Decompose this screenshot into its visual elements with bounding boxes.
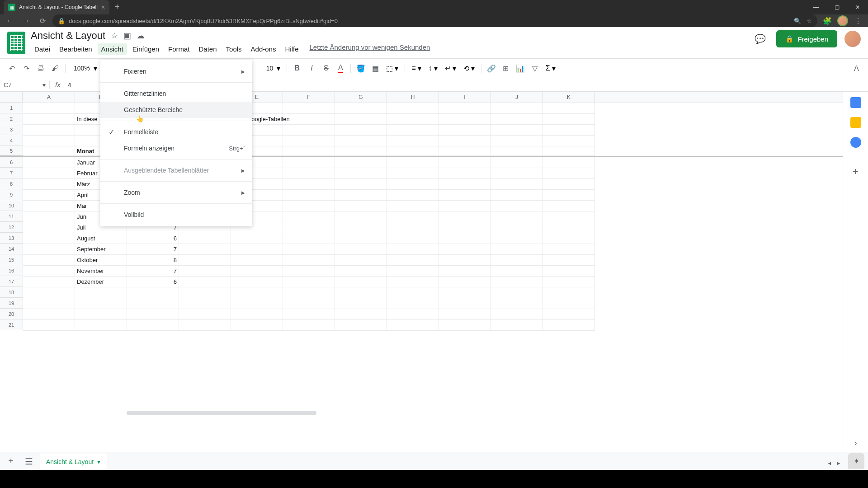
sheet-tab-active[interactable]: Ansicht & Layout ▾ — [40, 454, 107, 469]
cell[interactable]: November — [75, 266, 127, 277]
row-header[interactable]: 11 — [0, 211, 23, 222]
cell[interactable] — [439, 255, 491, 266]
cell[interactable] — [543, 211, 595, 222]
paint-format-button[interactable]: 🖌 — [49, 62, 61, 75]
extensions-icon[interactable]: 🧩 — [821, 14, 834, 27]
all-sheets-button[interactable]: ☰ — [22, 454, 36, 469]
cell[interactable] — [439, 320, 491, 331]
row-header[interactable]: 2 — [0, 113, 23, 124]
close-tab-icon[interactable]: × — [101, 4, 105, 11]
cell[interactable] — [335, 233, 387, 244]
cell[interactable] — [491, 277, 543, 287]
row-header[interactable]: 18 — [0, 287, 23, 298]
row-header[interactable]: 20 — [0, 309, 23, 319]
cell[interactable] — [439, 266, 491, 277]
merge-button[interactable]: ⬚▾ — [383, 64, 401, 73]
cell[interactable] — [543, 125, 595, 136]
cell[interactable] — [439, 168, 491, 179]
cell[interactable] — [387, 168, 439, 179]
bold-button[interactable]: B — [291, 62, 303, 75]
cell[interactable] — [23, 244, 75, 255]
zoom-icon[interactable]: 🔍 — [794, 18, 801, 24]
cell[interactable] — [231, 255, 283, 266]
col-header-I[interactable]: I — [439, 92, 491, 103]
cell[interactable] — [283, 190, 335, 201]
menu-bearbeiten[interactable]: Bearbeiten — [56, 43, 96, 55]
cell[interactable] — [283, 211, 335, 222]
cell[interactable] — [439, 179, 491, 190]
cell[interactable] — [283, 309, 335, 320]
cell[interactable] — [23, 190, 75, 201]
cell[interactable]: 7 — [127, 266, 179, 277]
cell[interactable] — [335, 244, 387, 255]
cell[interactable] — [179, 244, 231, 255]
cell[interactable]: 6 — [127, 277, 179, 287]
cell[interactable] — [439, 201, 491, 211]
row-header[interactable]: 8 — [0, 178, 23, 189]
cell[interactable] — [491, 179, 543, 190]
cell[interactable] — [283, 114, 335, 125]
cell[interactable] — [335, 255, 387, 266]
row-header[interactable]: 14 — [0, 244, 23, 254]
cell[interactable] — [439, 277, 491, 287]
cell[interactable] — [283, 157, 335, 168]
cell[interactable] — [335, 136, 387, 146]
cell[interactable] — [387, 255, 439, 266]
strikethrough-button[interactable]: S — [320, 62, 332, 75]
cell[interactable] — [543, 309, 595, 320]
cell[interactable] — [283, 146, 335, 156]
cell[interactable] — [335, 146, 387, 156]
filter-button[interactable]: ▽ — [528, 62, 541, 75]
cell[interactable] — [75, 309, 127, 320]
cell[interactable] — [543, 157, 595, 168]
cell[interactable] — [179, 266, 231, 277]
cell[interactable] — [231, 309, 283, 320]
cell[interactable] — [543, 190, 595, 201]
cell[interactable]: Dezember — [75, 277, 127, 287]
cell[interactable] — [491, 255, 543, 266]
align-h-button[interactable]: ≡▾ — [409, 64, 424, 73]
cell[interactable] — [23, 157, 75, 168]
cell[interactable] — [543, 114, 595, 125]
browser-tab[interactable]: ▦ Ansicht & Layout - Google Tabell × — [4, 0, 109, 14]
cell[interactable] — [23, 136, 75, 146]
cell[interactable] — [231, 244, 283, 255]
cell[interactable] — [179, 298, 231, 309]
cell[interactable] — [127, 320, 179, 331]
cell[interactable] — [439, 125, 491, 136]
cell[interactable] — [387, 146, 439, 156]
align-v-button[interactable]: ↕▾ — [426, 64, 440, 73]
italic-button[interactable]: I — [305, 62, 318, 75]
reload-button[interactable]: ⟳ — [36, 14, 49, 27]
cell[interactable] — [283, 201, 335, 211]
cell[interactable] — [335, 125, 387, 136]
sheets-logo-icon[interactable] — [7, 32, 25, 54]
row-header[interactable]: 12 — [0, 222, 23, 233]
cell[interactable] — [23, 233, 75, 244]
cell[interactable] — [231, 298, 283, 309]
cell[interactable] — [387, 103, 439, 114]
cell[interactable] — [75, 287, 127, 298]
cell[interactable] — [335, 309, 387, 320]
cell[interactable] — [335, 168, 387, 179]
zoom-dropdown[interactable]: 100% ▾ — [69, 64, 100, 73]
cell[interactable] — [231, 320, 283, 331]
cell[interactable] — [491, 125, 543, 136]
cell[interactable] — [335, 211, 387, 222]
cell[interactable] — [335, 190, 387, 201]
cell[interactable] — [439, 222, 491, 233]
cell[interactable] — [543, 287, 595, 298]
cell[interactable] — [387, 287, 439, 298]
cloud-status-icon[interactable]: ☁ — [137, 31, 145, 41]
font-size-dropdown[interactable]: 10 ▾ — [262, 64, 283, 73]
col-header-G[interactable]: G — [335, 92, 387, 103]
cell[interactable] — [439, 103, 491, 114]
forward-button[interactable]: → — [20, 14, 33, 27]
cell[interactable] — [387, 136, 439, 146]
row-header[interactable]: 10 — [0, 200, 23, 211]
browser-menu-icon[interactable]: ⋮ — [852, 14, 864, 27]
cell[interactable] — [439, 298, 491, 309]
cell[interactable] — [127, 309, 179, 320]
cell[interactable] — [491, 222, 543, 233]
menu-item-gitternetzlinien[interactable]: Gitternetzlinien — [100, 85, 252, 102]
